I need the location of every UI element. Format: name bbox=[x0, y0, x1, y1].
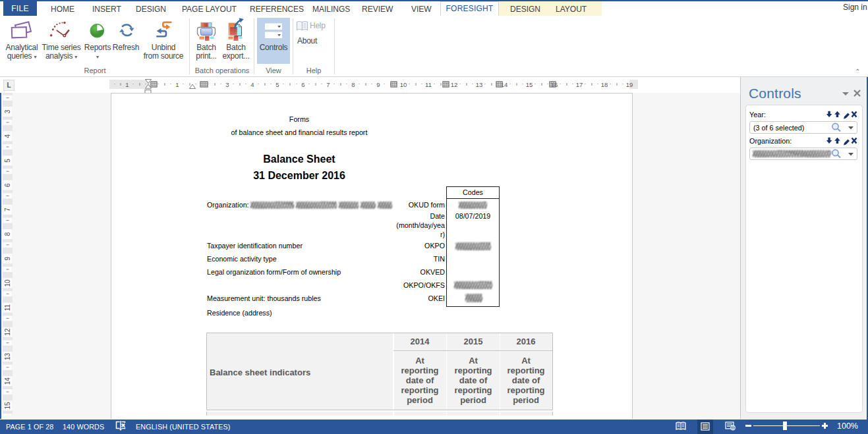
svg-text:8: 8 bbox=[351, 81, 355, 88]
svg-text:1: 1 bbox=[175, 81, 179, 88]
svg-text:13: 13 bbox=[4, 353, 11, 361]
svg-text:4: 4 bbox=[4, 134, 11, 138]
svg-text:9: 9 bbox=[376, 81, 380, 88]
svg-text:11: 11 bbox=[425, 81, 432, 88]
svg-text:13: 13 bbox=[476, 81, 483, 88]
svg-text:7: 7 bbox=[4, 207, 11, 211]
svg-text:8: 8 bbox=[4, 232, 11, 236]
svg-text:4: 4 bbox=[250, 81, 254, 88]
svg-text:17: 17 bbox=[576, 81, 583, 88]
svg-text:6: 6 bbox=[301, 81, 304, 88]
svg-text:12: 12 bbox=[4, 328, 11, 336]
svg-text:7: 7 bbox=[326, 81, 330, 88]
svg-text:9: 9 bbox=[4, 256, 11, 260]
svg-text:11: 11 bbox=[4, 304, 11, 311]
svg-text:10: 10 bbox=[400, 81, 407, 88]
svg-text:6: 6 bbox=[4, 183, 11, 187]
svg-text:3: 3 bbox=[225, 81, 229, 88]
svg-text:3: 3 bbox=[4, 109, 11, 113]
svg-text:14: 14 bbox=[4, 377, 11, 385]
svg-text:18: 18 bbox=[601, 81, 608, 88]
svg-text:5: 5 bbox=[275, 81, 279, 88]
svg-text:5: 5 bbox=[4, 159, 11, 163]
svg-text:10: 10 bbox=[4, 279, 11, 287]
svg-text:1: 1 bbox=[125, 81, 129, 88]
svg-text:15: 15 bbox=[4, 402, 11, 410]
svg-text:19: 19 bbox=[626, 81, 633, 88]
svg-text:15: 15 bbox=[526, 81, 533, 88]
svg-text:12: 12 bbox=[451, 81, 458, 88]
